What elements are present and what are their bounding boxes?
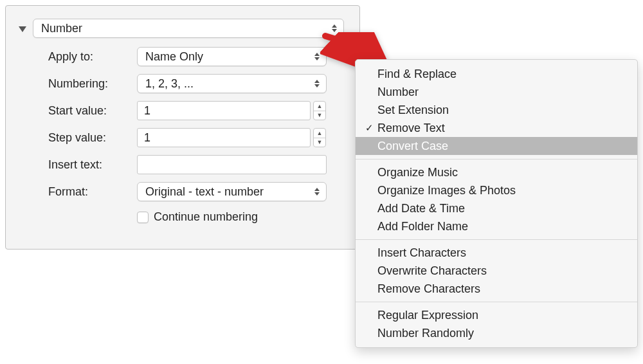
start-value-label: Start value:: [48, 104, 137, 118]
format-select[interactable]: Original - text - number: [137, 182, 327, 201]
menu-item-label: Add Folder Name: [377, 220, 468, 233]
select-arrows-icon: [329, 24, 340, 32]
numbering-label: Numbering:: [48, 77, 137, 91]
menu-item-label: Overwrite Characters: [377, 264, 487, 278]
step-value-stepper[interactable]: ▲ ▼: [313, 128, 326, 147]
menu-item[interactable]: Insert Characters: [356, 244, 637, 262]
menu-item[interactable]: Find & Replace: [356, 65, 637, 83]
menu-item-label: Add Date & Time: [377, 202, 465, 215]
menu-item[interactable]: Convert Case: [356, 137, 637, 155]
action-type-select[interactable]: Number: [33, 19, 344, 38]
chevron-down-icon[interactable]: ▼: [314, 111, 325, 120]
menu-item-label: Organize Music: [377, 166, 458, 179]
format-value: Original - text - number: [145, 185, 264, 199]
menu-item[interactable]: Number: [356, 83, 637, 101]
numbering-select[interactable]: 1, 2, 3, ...: [137, 74, 327, 93]
menu-item-label: Number: [377, 86, 419, 99]
insert-text-input[interactable]: [137, 155, 327, 174]
menu-item-label: Regular Expression: [377, 309, 478, 322]
menu-item[interactable]: Add Date & Time: [356, 199, 637, 217]
menu-item[interactable]: Overwrite Characters: [356, 262, 637, 280]
menu-item[interactable]: Add Folder Name: [356, 217, 637, 235]
chevron-up-icon[interactable]: ▲: [314, 129, 325, 138]
menu-item-label: Find & Replace: [377, 68, 457, 81]
menu-item[interactable]: Number Randomly: [356, 324, 637, 342]
start-value-stepper[interactable]: ▲ ▼: [313, 101, 326, 120]
insert-text-label: Insert text:: [48, 158, 137, 172]
menu-item-label: Number Randomly: [377, 327, 474, 340]
menu-item[interactable]: ✓Remove Text: [356, 119, 637, 137]
menu-item[interactable]: Remove Characters: [356, 280, 637, 298]
disclosure-triangle-icon[interactable]: [19, 26, 26, 32]
select-arrows-icon: [312, 80, 322, 87]
menu-item-label: Set Extension: [377, 104, 449, 117]
continue-numbering-checkbox[interactable]: [137, 212, 149, 223]
checkmark-icon: ✓: [363, 122, 375, 134]
menu-item[interactable]: Organize Images & Photos: [356, 181, 637, 199]
action-type-menu[interactable]: Find & ReplaceNumberSet Extension✓Remove…: [355, 59, 638, 348]
number-settings-panel: Number Apply to: Name Only Numbering:: [5, 5, 360, 250]
action-type-value: Number: [41, 22, 82, 35]
step-value-input[interactable]: [137, 128, 311, 147]
numbering-value: 1, 2, 3, ...: [145, 77, 194, 91]
menu-item[interactable]: Regular Expression: [356, 306, 637, 324]
step-value-label: Step value:: [48, 131, 137, 145]
format-label: Format:: [48, 185, 137, 199]
start-value-input[interactable]: [137, 101, 311, 120]
menu-item-label: Remove Characters: [377, 282, 480, 296]
select-arrows-icon: [312, 53, 322, 60]
apply-to-select[interactable]: Name Only: [137, 47, 327, 66]
menu-item-label: Remove Text: [377, 122, 445, 135]
menu-item[interactable]: Organize Music: [356, 163, 637, 181]
chevron-up-icon[interactable]: ▲: [314, 102, 325, 111]
menu-separator: [356, 239, 637, 240]
chevron-down-icon[interactable]: ▼: [314, 138, 325, 147]
menu-item-label: Organize Images & Photos: [377, 184, 516, 197]
menu-separator: [356, 159, 637, 159]
continue-numbering-label: Continue numbering: [154, 210, 258, 224]
menu-item[interactable]: Set Extension: [356, 101, 637, 119]
select-arrows-icon: [312, 188, 322, 196]
menu-separator: [356, 302, 637, 302]
apply-to-label: Apply to:: [48, 50, 137, 64]
menu-item-label: Convert Case: [377, 140, 448, 153]
menu-item-label: Insert Characters: [377, 246, 466, 260]
apply-to-value: Name Only: [145, 50, 203, 64]
